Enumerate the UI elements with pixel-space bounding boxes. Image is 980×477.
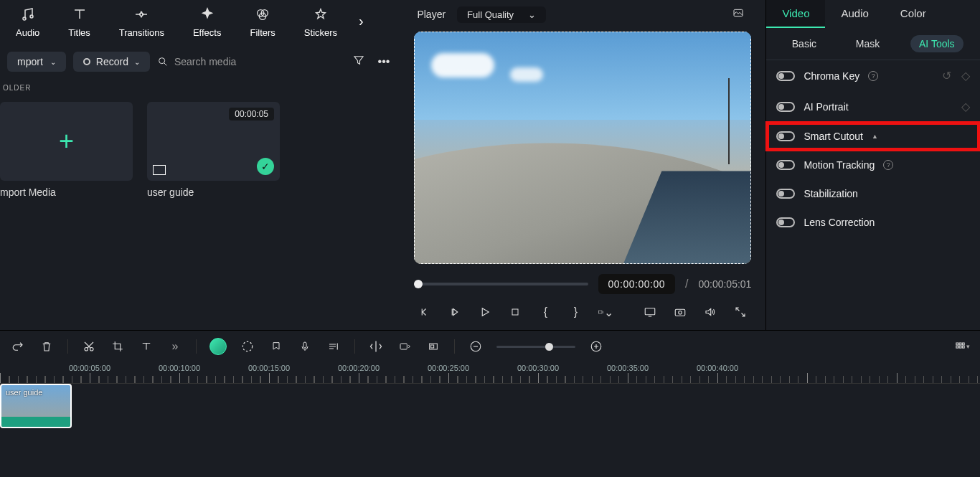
tab-color[interactable]: Color	[885, 0, 942, 28]
sparkle-icon	[197, 4, 217, 24]
folder-header: OLDER	[0, 77, 400, 99]
display-button[interactable]	[642, 304, 658, 320]
toolbar-more-icon[interactable]: ›	[359, 13, 364, 29]
cut-button[interactable]	[81, 339, 97, 354]
handle-top-left[interactable]	[414, 32, 416, 34]
keyframe-icon[interactable]: ◇	[961, 100, 970, 113]
ruler-mark: 00:00:35:00	[607, 364, 649, 372]
ai-avatar-button[interactable]	[209, 338, 227, 355]
media-clip[interactable]: 00:00:05 ✓	[147, 102, 280, 181]
marker-button[interactable]	[268, 339, 284, 354]
snapshot-button[interactable]	[728, 4, 748, 24]
titles-tab[interactable]: Titles	[61, 1, 98, 41]
chroma-key-toggle[interactable]	[776, 71, 795, 81]
lens-correction-toggle[interactable]	[776, 217, 795, 227]
info-icon[interactable]: ?	[883, 160, 893, 170]
search-placeholder: Search media	[174, 56, 236, 67]
svg-point-0	[23, 17, 26, 20]
more-icon[interactable]: •••	[375, 52, 393, 71]
subtab-basic[interactable]: Basic	[783, 35, 825, 52]
svg-point-1	[30, 15, 33, 18]
ruler-mark: 00:00:10:00	[159, 364, 200, 372]
titles-tab-label: Titles	[68, 27, 90, 38]
import-media-button[interactable]: +	[0, 102, 133, 181]
svg-rect-25	[959, 346, 961, 348]
timeline-clip[interactable]: user guide	[0, 384, 72, 428]
effects-tab[interactable]: Effects	[186, 1, 229, 41]
ai-portrait-toggle[interactable]	[776, 102, 795, 112]
import-dropdown[interactable]: mport ⌄	[7, 52, 66, 72]
record-dropdown[interactable]: Record ⌄	[73, 52, 150, 72]
tab-video[interactable]: Video	[766, 0, 825, 28]
preview-viewport[interactable]	[414, 32, 751, 264]
ai-tools-list: Chroma Key ? ↺ ◇ AI Portrait ◇ Smart Cut…	[766, 60, 980, 237]
sub-tabs: Basic Mask AI Tools	[766, 28, 980, 60]
stop-button[interactable]	[507, 304, 523, 320]
media-controls: mport ⌄ Record ⌄ Search media •••	[0, 47, 400, 77]
ratio-dropdown[interactable]: ⌄	[598, 304, 613, 320]
tab-audio[interactable]: Audio	[825, 0, 884, 28]
zoom-in-button[interactable]	[588, 339, 604, 354]
quality-label: Full Quality	[467, 9, 514, 20]
volume-button[interactable]	[702, 304, 718, 320]
search-media[interactable]: Search media	[157, 56, 342, 67]
clip-name: user guide	[147, 186, 280, 198]
render-button[interactable]	[397, 339, 413, 354]
transitions-tab[interactable]: Transitions	[112, 1, 171, 41]
quality-dropdown[interactable]: Full Quality ⌄	[457, 6, 546, 23]
play-button[interactable]	[477, 304, 493, 320]
ai-portrait-label: AI Portrait	[804, 101, 848, 113]
plus-icon: +	[59, 126, 74, 156]
reset-icon[interactable]: ↺	[942, 69, 951, 82]
more-tools-button[interactable]: »	[167, 339, 183, 354]
transition-icon	[131, 4, 151, 24]
track-options-button[interactable]: ▾	[954, 339, 970, 354]
stabilization-toggle[interactable]	[776, 189, 795, 199]
ruler-mark: 00:00:20:00	[338, 364, 380, 372]
motion-tracking-toggle[interactable]	[776, 160, 795, 170]
aspect-button[interactable]	[425, 339, 441, 354]
ruler-mark: 00:00:05:00	[69, 364, 110, 372]
voice-button[interactable]	[297, 339, 313, 354]
mark-out-button[interactable]: }	[567, 304, 583, 320]
audio-tab[interactable]: Audio	[9, 1, 47, 41]
record-icon	[83, 58, 90, 65]
smart-cutout-toggle[interactable]	[776, 131, 795, 141]
stickers-tab[interactable]: Stickers	[297, 1, 344, 41]
filters-tab[interactable]: Filters	[242, 1, 282, 41]
snapshot-icon[interactable]	[672, 304, 688, 320]
zoom-slider[interactable]	[496, 346, 575, 348]
play-backward-button[interactable]	[447, 304, 463, 320]
svg-point-5	[159, 58, 165, 64]
import-media-label: mport Media	[0, 186, 133, 198]
audio-sync-button[interactable]	[326, 339, 341, 354]
redo-button[interactable]	[10, 339, 26, 354]
transitions-tab-label: Transitions	[119, 27, 164, 38]
prev-frame-button[interactable]	[417, 304, 433, 320]
info-icon[interactable]: ?	[868, 71, 878, 81]
timeline-tracks[interactable]: user guide	[0, 384, 980, 477]
mark-in-button[interactable]: {	[537, 304, 553, 320]
lens-correction-row: Lens Correction	[766, 208, 980, 237]
text-button[interactable]	[138, 339, 154, 354]
split-button[interactable]	[368, 339, 384, 354]
timeline-ruler[interactable]: 00:00:05:0000:00:10:0000:00:15:0000:00:2…	[0, 362, 980, 384]
keyframe-icon[interactable]: ◇	[961, 69, 970, 82]
subtab-mask[interactable]: Mask	[847, 35, 888, 52]
seek-knob[interactable]	[414, 280, 423, 288]
motion-tracking-label: Motion Tracking	[804, 159, 875, 171]
zoom-knob[interactable]	[545, 343, 553, 351]
loading-icon[interactable]	[240, 339, 255, 354]
total-time: 00:00:05:01	[698, 278, 751, 290]
filter-circles-icon	[253, 4, 273, 24]
zoom-out-button[interactable]	[468, 339, 484, 354]
filter-icon[interactable]	[349, 51, 368, 72]
fullscreen-button[interactable]	[732, 304, 748, 320]
current-time: 00:00:00:00	[598, 274, 675, 294]
subtab-ai-tools[interactable]: AI Tools	[910, 35, 963, 52]
seek-bar[interactable]	[414, 283, 588, 285]
smart-cutout-label: Smart Cutout	[804, 131, 862, 142]
crop-button[interactable]	[110, 339, 126, 354]
delete-button[interactable]	[39, 339, 55, 354]
caret-up-icon[interactable]: ▲	[872, 133, 878, 140]
